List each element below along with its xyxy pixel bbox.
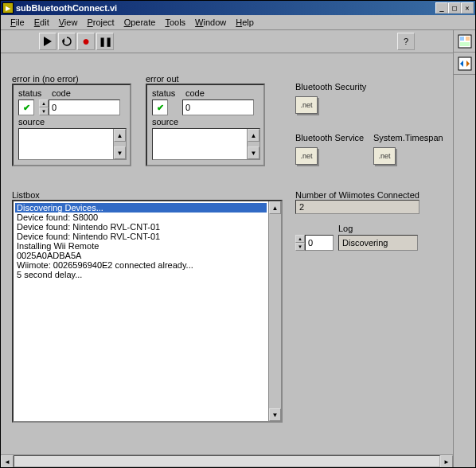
scroll-right-icon[interactable]: ► <box>440 455 453 467</box>
log-index[interactable]: ▲▼ 0 <box>295 235 334 251</box>
bt-security-label: Bluetooth Security <box>295 82 366 92</box>
error-out-cluster: status code ✔ ▲▼ 0 source <box>146 84 265 166</box>
error-in-code-label: code <box>52 88 71 98</box>
run-button[interactable] <box>39 33 57 50</box>
front-panel: error in (no error) status code ✔ ▲▼ 0 <box>1 53 453 454</box>
listbox-item[interactable]: Wiimote: 0026596940E2 connected already.… <box>15 260 267 270</box>
listbox-item[interactable]: Discovering Devices... <box>15 203 267 213</box>
scroll-up-icon[interactable]: ▲ <box>114 129 126 142</box>
spin-down-icon[interactable]: ▼ <box>39 107 49 115</box>
error-out-label: error out <box>146 74 265 84</box>
listbox-item[interactable]: Device found: S8000 <box>15 213 267 222</box>
menu-view[interactable]: View <box>54 16 83 29</box>
listbox[interactable]: Discovering Devices...Device found: S800… <box>12 200 283 423</box>
svg-rect-4 <box>466 37 470 41</box>
error-in-source-label: source <box>18 117 125 127</box>
icon-pane <box>453 30 475 467</box>
toolbar: ● ❚❚ ? <box>1 30 453 53</box>
listbox-item[interactable]: Installing Wii Remote <box>15 241 267 251</box>
wiimotes-value: 2 <box>295 200 419 214</box>
menu-edit[interactable]: Edit <box>29 16 54 29</box>
menu-file[interactable]: File <box>6 16 29 29</box>
maximize-button[interactable]: □ <box>448 2 461 14</box>
error-out-code-label: code <box>185 88 205 98</box>
error-out-code-field: 0 <box>182 99 254 115</box>
scroll-down-icon[interactable]: ▼ <box>248 146 259 159</box>
context-help-button[interactable]: ? <box>397 33 415 50</box>
connector-pane-icon[interactable] <box>454 30 475 53</box>
error-in-status-label: status <box>18 88 47 98</box>
abort-button[interactable]: ● <box>77 33 95 50</box>
bt-service-ref[interactable]: .net <box>295 147 318 165</box>
svg-rect-5 <box>460 42 470 46</box>
scroll-down-icon[interactable]: ▼ <box>269 408 281 421</box>
listbox-label: Listbox <box>12 190 283 200</box>
scroll-down-icon[interactable]: ▼ <box>114 146 126 159</box>
listbox-scrollbar[interactable]: ▲ ▼ <box>268 201 281 421</box>
svg-rect-3 <box>460 37 464 41</box>
window-title: subBluetoothConnect.vi <box>16 3 435 13</box>
menu-operate[interactable]: Operate <box>119 16 161 29</box>
listbox-item[interactable]: 0025A0ADBA5A <box>15 251 267 260</box>
pause-button[interactable]: ❚❚ <box>96 33 114 50</box>
log-index-field[interactable]: 0 <box>305 235 334 251</box>
titlebar: ▶ subBluetoothConnect.vi _ □ ✕ <box>1 1 475 15</box>
listbox-item[interactable]: 5 second delay... <box>15 270 267 279</box>
spin-up-icon[interactable]: ▲ <box>39 99 49 107</box>
error-in-cluster: status code ✔ ▲▼ 0 source <box>12 84 131 166</box>
timespan-label: System.Timespan <box>373 133 443 142</box>
vi-icon: ▶ <box>2 2 14 14</box>
listbox-item[interactable]: Device found: Nintendo RVL-CNT-01 <box>15 222 267 232</box>
log-value: Discovering <box>338 235 418 251</box>
error-out-status-led: ✔ <box>152 99 168 115</box>
scrollbar[interactable]: ▲ ▼ <box>247 129 259 159</box>
minimize-button[interactable]: _ <box>435 2 448 14</box>
scroll-left-icon[interactable]: ◄ <box>1 455 14 467</box>
scroll-up-icon[interactable]: ▲ <box>269 201 281 214</box>
menubar: File Edit View Project Operate Tools Win… <box>1 15 475 30</box>
error-in-source[interactable]: ▲ ▼ <box>18 128 127 160</box>
bt-service-label: Bluetooth Service <box>295 133 364 142</box>
svg-marker-0 <box>44 37 52 46</box>
error-out-code: ▲▼ 0 <box>173 99 254 115</box>
wiimotes-label: Number of Wiimotes Connected <box>295 190 419 200</box>
error-out-status-label: status <box>152 88 181 98</box>
menu-project[interactable]: Project <box>82 16 119 29</box>
close-button[interactable]: ✕ <box>461 2 474 14</box>
scrollbar[interactable]: ▲ ▼ <box>113 129 126 159</box>
error-out-source-label: source <box>152 117 259 127</box>
menu-tools[interactable]: Tools <box>160 16 190 29</box>
error-in-code[interactable]: ▲▼ 0 <box>39 99 120 115</box>
timespan-ref[interactable]: .net <box>373 147 396 165</box>
vi-window: ▶ subBluetoothConnect.vi _ □ ✕ File Edit… <box>0 0 476 468</box>
menu-help[interactable]: Help <box>231 16 259 29</box>
error-in-code-field[interactable]: 0 <box>49 99 120 115</box>
listbox-item[interactable]: Device found: Nintendo RVL-CNT-01 <box>15 232 267 241</box>
scroll-track[interactable] <box>14 455 440 467</box>
log-label: Log <box>338 224 353 233</box>
bt-security-ref[interactable]: .net <box>295 96 318 114</box>
vi-icon-editor-icon[interactable] <box>454 53 475 75</box>
error-in-label: error in (no error) <box>12 74 131 84</box>
scroll-up-icon[interactable]: ▲ <box>248 129 259 142</box>
horizontal-scrollbar[interactable]: ◄ ► <box>1 454 453 467</box>
spin-down-icon[interactable]: ▼ <box>295 243 305 251</box>
error-out-source: ▲ ▼ <box>152 128 260 160</box>
run-continuous-button[interactable] <box>58 33 76 50</box>
error-in-status-led[interactable]: ✔ <box>18 99 34 115</box>
spin-up-icon[interactable]: ▲ <box>295 235 305 243</box>
menu-window[interactable]: Window <box>190 16 231 29</box>
